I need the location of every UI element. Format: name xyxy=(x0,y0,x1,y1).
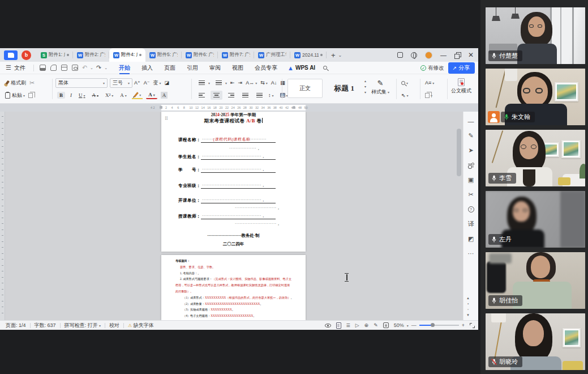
bold-button[interactable]: B xyxy=(57,92,65,99)
minimize-button[interactable]: — xyxy=(440,52,447,58)
image-icon[interactable]: ▣ xyxy=(468,176,474,184)
tools-icon[interactable]: ✂ xyxy=(468,191,473,198)
bullet-list-button[interactable]: ▾ xyxy=(196,79,210,87)
web-view-icon[interactable]: ⊕ xyxy=(364,322,369,328)
increase-font-icon[interactable]: A⁺ xyxy=(134,80,140,86)
wps-home-icon[interactable] xyxy=(4,50,18,60)
menu-item-插入[interactable]: 插入 xyxy=(136,62,158,74)
highlight-button[interactable]: ▾ xyxy=(132,91,143,99)
layers-icon[interactable]: ▾ xyxy=(425,93,432,98)
vertical-scrollbar[interactable] xyxy=(457,129,461,176)
justify-button[interactable] xyxy=(240,92,251,99)
show-marks-icon[interactable]: ▦ xyxy=(280,80,285,86)
align-left-button[interactable] xyxy=(196,92,207,99)
char-scale-icon[interactable]: ⇆▾ xyxy=(260,80,268,86)
help-icon[interactable]: ? xyxy=(468,206,474,213)
share-button[interactable]: ↗分享 xyxy=(448,62,475,74)
wps-ai-button[interactable]: ▲WPS AI xyxy=(287,65,315,71)
style-more-icon[interactable]: ▾ xyxy=(364,90,366,94)
skin-icon[interactable]: ◩ xyxy=(468,235,474,243)
menu-item-会员专享[interactable]: 会员专享 xyxy=(249,62,283,74)
status-proof[interactable]: 校对 xyxy=(109,322,119,329)
decrease-font-icon[interactable]: A⁻ xyxy=(144,80,150,86)
undo-icon[interactable]: ↶ xyxy=(82,64,87,71)
gov-mode-button[interactable]: 公文模式 xyxy=(451,78,471,95)
superscript-button[interactable]: X²▾ xyxy=(104,92,115,99)
new-tab-button[interactable]: +⌄ xyxy=(331,51,342,60)
status-spellcheck[interactable]: 拼写检查: 打开 ▾ xyxy=(65,322,101,329)
doc-tab-7[interactable]: W广州理工学 xyxy=(254,48,290,62)
doc-tab-5[interactable]: W附件6: 广州 xyxy=(182,48,218,62)
menu-item-开始[interactable]: 开始 xyxy=(113,62,136,74)
document-page-2[interactable]: 考核题目：题目、要求、任选、字数。1. 考核内容：。2. 成果形式与规格要求：（… xyxy=(161,255,306,320)
video-tile-1[interactable]: 付楚楚 xyxy=(486,7,585,64)
doc-tab-3[interactable]: W附件4: 广 xyxy=(109,48,145,62)
line-spacing-button[interactable]: ↕▾ xyxy=(268,92,274,98)
status-page[interactable]: 页面: 1/4 xyxy=(6,322,26,329)
fullscreen-icon[interactable] xyxy=(470,323,475,328)
collapse-icon[interactable]: — xyxy=(468,117,474,125)
align-right-button[interactable] xyxy=(226,92,237,99)
style-normal[interactable]: 正文 xyxy=(287,79,323,98)
cursor-icon[interactable]: ➤ xyxy=(468,147,473,154)
pen-icon[interactable]: ✎ xyxy=(468,132,473,139)
increase-indent-icon[interactable]: ⇥ xyxy=(238,80,243,86)
char-shading-button[interactable]: A xyxy=(161,92,168,99)
vertical-ruler[interactable] xyxy=(0,112,5,320)
save-icon[interactable] xyxy=(40,65,46,71)
fit-page-icon[interactable] xyxy=(383,322,389,328)
align-center-button[interactable] xyxy=(211,91,222,100)
doc-tab-4[interactable]: W附件5: 广州 xyxy=(145,48,182,62)
eye-icon[interactable] xyxy=(325,324,331,328)
number-list-button[interactable]: ▾ xyxy=(213,79,227,87)
preview-icon[interactable] xyxy=(72,65,78,71)
video-tile-3[interactable]: 李雪 xyxy=(486,130,585,186)
style-heading1[interactable]: 标题 1 xyxy=(325,79,363,98)
doc-tab-8[interactable]: W2024.11 xyxy=(290,48,327,62)
more-icon[interactable]: ⋯ xyxy=(468,250,474,257)
clear-format-icon[interactable]: ◪ xyxy=(165,80,170,86)
strikethrough-button[interactable]: A▾ xyxy=(91,92,101,99)
zoom-in-button[interactable]: + xyxy=(462,322,465,328)
copy-icon[interactable] xyxy=(28,93,33,98)
decrease-indent-icon[interactable]: ⇤ xyxy=(230,80,235,86)
search-icon[interactable] xyxy=(323,66,327,70)
translate-icon[interactable]: 译 xyxy=(468,220,474,228)
print-icon[interactable] xyxy=(61,65,67,71)
zoom-slider[interactable] xyxy=(419,325,459,326)
document-page-1[interactable]: 2024-2025 学年第一学期期末考查课程试卷 A/B 卷课程名称：·····… xyxy=(161,112,306,252)
globe-icon[interactable] xyxy=(411,52,417,58)
menu-item-页面[interactable]: 页面 xyxy=(158,62,181,74)
sort-icon[interactable]: A↓ xyxy=(271,80,277,86)
pdf-app-icon[interactable]: b xyxy=(22,50,31,60)
doc-tab-6[interactable]: W附件7: 广州 xyxy=(218,48,254,62)
page-view-icon[interactable] xyxy=(336,322,341,329)
indent-marker-right[interactable] xyxy=(293,106,295,109)
select-button[interactable]: ⇖▾ xyxy=(401,92,409,98)
font-name-select[interactable]: 黑体▾ xyxy=(55,78,108,88)
doc-tab-2[interactable]: W附件2: 广州 xyxy=(73,48,109,62)
underline-button[interactable]: U▾ xyxy=(77,92,87,99)
outline-view-icon[interactable]: ☰ xyxy=(346,323,350,328)
text-direction-icon[interactable]: A↔▾ xyxy=(246,80,257,86)
shading-button[interactable]: ▾ xyxy=(280,93,288,97)
hamburger-icon[interactable]: ☰ xyxy=(6,64,11,71)
style-set-button[interactable]: ✎样式集▾ xyxy=(371,79,389,96)
video-tile-4[interactable]: 左丹 xyxy=(486,191,585,248)
doc-tab-1[interactable]: S附件1: 广 xyxy=(37,48,73,62)
page-nav-buttons[interactable]: ▲▪▫▼ xyxy=(466,296,470,317)
account-avatar[interactable] xyxy=(425,52,432,59)
layout-icon[interactable] xyxy=(397,52,403,58)
menu-file[interactable]: 文件 xyxy=(14,64,25,72)
has-changes-indicator[interactable]: ✓有修改 xyxy=(420,65,444,72)
style-down-icon[interactable]: ▾ xyxy=(364,84,366,88)
font-size-select[interactable]: 三号▾ xyxy=(110,78,132,88)
zoom-value[interactable]: 50% xyxy=(394,322,404,328)
video-tile-6[interactable]: 胡晓玲 xyxy=(486,313,585,370)
text-effects-button[interactable]: A▾ xyxy=(118,92,128,99)
menu-item-引用[interactable]: 引用 xyxy=(181,62,204,74)
italic-button[interactable]: I xyxy=(68,92,74,99)
drag-handle-icon[interactable]: ⠿ xyxy=(165,117,169,124)
indent-marker-left[interactable] xyxy=(160,106,162,109)
find-button[interactable]: ▾ xyxy=(401,81,408,85)
